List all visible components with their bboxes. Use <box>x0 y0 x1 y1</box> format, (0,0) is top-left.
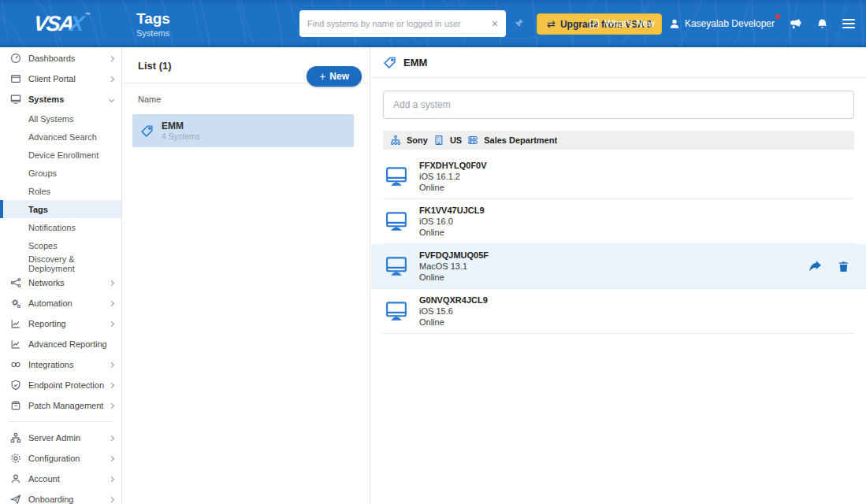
building-icon <box>433 135 444 146</box>
sidebar-item-patch-management[interactable]: Patch Management <box>0 395 121 416</box>
chevron-right-icon <box>109 76 114 81</box>
system-name: G0NVQXR4JCL9 <box>419 295 849 306</box>
sidebar-item-notifications[interactable]: Notifications <box>0 218 121 236</box>
sidebar-item-client-portal[interactable]: Client Portal <box>0 69 121 89</box>
add-system-input[interactable] <box>383 91 854 119</box>
logo-x-text: X <box>69 12 84 35</box>
reporting-icon <box>9 318 21 330</box>
system-row[interactable]: G0NVQXR4JCL9 iOS 15.6 Online <box>383 289 854 334</box>
system-status: Online <box>419 317 849 328</box>
logo-vsa-text: VSA <box>33 12 75 35</box>
page-title: Tags <box>136 10 170 28</box>
system-status: Online <box>419 272 808 283</box>
sidebar-item-server-admin[interactable]: Server Admin <box>0 428 121 448</box>
onboarding-icon <box>9 494 21 504</box>
group-path-org[interactable]: Sony <box>390 135 428 146</box>
logo-trademark: ™ <box>85 12 90 17</box>
dashboard-icon <box>9 53 21 65</box>
chevron-right-icon <box>109 455 114 461</box>
sidebar-item-automation[interactable]: Automation <box>0 293 121 313</box>
group-path-site[interactable]: US <box>433 135 462 146</box>
sidebar-item-all-systems[interactable]: All Systems <box>0 109 121 128</box>
vsa-logo[interactable]: VSAX™ <box>0 12 122 36</box>
system-name: FK1VV47UJCL9 <box>419 205 849 216</box>
sidebar-item-discovery-deployment[interactable]: Discovery & Deployment <box>0 254 121 272</box>
server-admin-icon <box>9 432 21 444</box>
sidebar-item-device-enrollment[interactable]: Device Enrollment <box>0 146 121 164</box>
tag-icon <box>140 124 154 138</box>
chevron-right-icon <box>109 361 114 367</box>
sidebar-item-networks[interactable]: Networks <box>0 272 121 293</box>
tag-list-panel: List (1) + New Name EMM 4 Systems <box>122 47 370 504</box>
advanced-reporting-icon <box>9 339 21 350</box>
bell-icon[interactable] <box>816 18 828 30</box>
search-clear-icon[interactable]: × <box>487 17 498 30</box>
configuration-icon <box>9 453 21 465</box>
account-icon <box>9 473 21 485</box>
sidebar-item-reporting[interactable]: Reporting <box>0 313 121 334</box>
sidebar-item-tags[interactable]: Tags <box>0 200 121 218</box>
sidebar-item-roles[interactable]: Roles <box>0 182 121 200</box>
group-path-bar: Sony US Sales Department <box>383 131 854 150</box>
networks-icon <box>9 277 21 289</box>
system-name: FVFDQJMUQ05F <box>419 250 808 261</box>
sidebar-item-endpoint-protection[interactable]: Endpoint Protection <box>0 375 121 395</box>
exchange-icon: ⇄ <box>547 18 556 30</box>
sidebar-item-configuration[interactable]: Configuration <box>0 448 121 469</box>
monitor-icon <box>385 299 410 323</box>
sidebar-item-account[interactable]: Account <box>0 469 121 489</box>
system-os: iOS 15.6 <box>419 306 849 317</box>
sidebar-item-groups[interactable]: Groups <box>0 164 121 182</box>
group-path-department[interactable]: Sales Department <box>467 135 557 146</box>
detail-header: EMM <box>371 47 866 78</box>
tag-system-count: 4 Systems <box>162 132 200 142</box>
pin-icon[interactable] <box>514 17 524 32</box>
sidebar-item-scopes[interactable]: Scopes <box>0 236 121 254</box>
integrations-icon <box>9 359 21 371</box>
system-row[interactable]: FFXDHYLQ0F0V iOS 16.1.2 Online <box>383 154 854 199</box>
sidebar-divider <box>8 421 113 422</box>
monitor-icon <box>385 254 410 278</box>
user-menu[interactable]: Kaseyalab Developer <box>669 18 775 29</box>
whats-new-label: What's New <box>604 18 655 29</box>
tag-detail-panel: EMM Sony US Sales Department FFXDHYLQ0F0… <box>371 47 866 504</box>
system-list: FFXDHYLQ0F0V iOS 16.1.2 Online FK1VV47UJ… <box>383 154 854 334</box>
page-title-block: Tags Systems <box>136 10 170 38</box>
system-search[interactable]: × <box>299 10 506 37</box>
whats-new-link[interactable]: What's New <box>589 18 655 29</box>
servers-icon <box>467 135 478 146</box>
menu-icon[interactable] <box>842 19 855 28</box>
system-name: FFXDHYLQ0F0V <box>419 160 849 171</box>
tag-name: EMM <box>162 120 200 132</box>
top-header-bar: VSAX™ Tags Systems × ⇄ Upgrade from VSA … <box>0 0 866 47</box>
tag-list-row-emm[interactable]: EMM 4 Systems <box>132 114 354 147</box>
top-right-actions: What's New Kaseyalab Developer <box>589 0 855 47</box>
system-status: Online <box>419 182 849 193</box>
sidebar-item-integrations[interactable]: Integrations <box>0 354 121 375</box>
system-row-highlighted[interactable]: FVFDQJMUQ05F MacOS 13.1 Online <box>371 244 866 289</box>
announcements-icon[interactable] <box>789 17 802 31</box>
sidebar-item-advanced-search[interactable]: Advanced Search <box>0 128 121 146</box>
automation-icon <box>9 298 21 309</box>
sidebar-item-systems[interactable]: Systems <box>0 89 121 109</box>
chevron-right-icon <box>109 435 114 440</box>
delete-icon[interactable] <box>838 261 849 272</box>
chevron-right-icon <box>109 402 114 408</box>
new-tag-button[interactable]: + New <box>307 66 362 87</box>
sidebar-item-advanced-reporting[interactable]: Advanced Reporting <box>0 334 121 354</box>
chevron-right-icon <box>109 55 114 61</box>
sidebar-item-onboarding[interactable]: Onboarding <box>0 489 121 504</box>
chevron-right-icon <box>109 476 114 481</box>
search-input[interactable] <box>307 19 487 28</box>
system-row[interactable]: FK1VV47UJCL9 iOS 16.0 Online <box>383 199 854 244</box>
chevron-right-icon <box>109 496 114 502</box>
notification-dot <box>775 14 780 19</box>
user-name: Kaseyalab Developer <box>685 18 775 29</box>
new-tag-label: New <box>329 71 349 82</box>
chevron-down-icon <box>109 96 114 102</box>
go-to-system-icon[interactable] <box>808 260 822 273</box>
page-subtitle: Systems <box>136 28 170 38</box>
sidebar-item-dashboards[interactable]: Dashboards <box>0 48 121 69</box>
patch-management-icon <box>9 400 21 412</box>
chevron-right-icon <box>109 280 114 285</box>
